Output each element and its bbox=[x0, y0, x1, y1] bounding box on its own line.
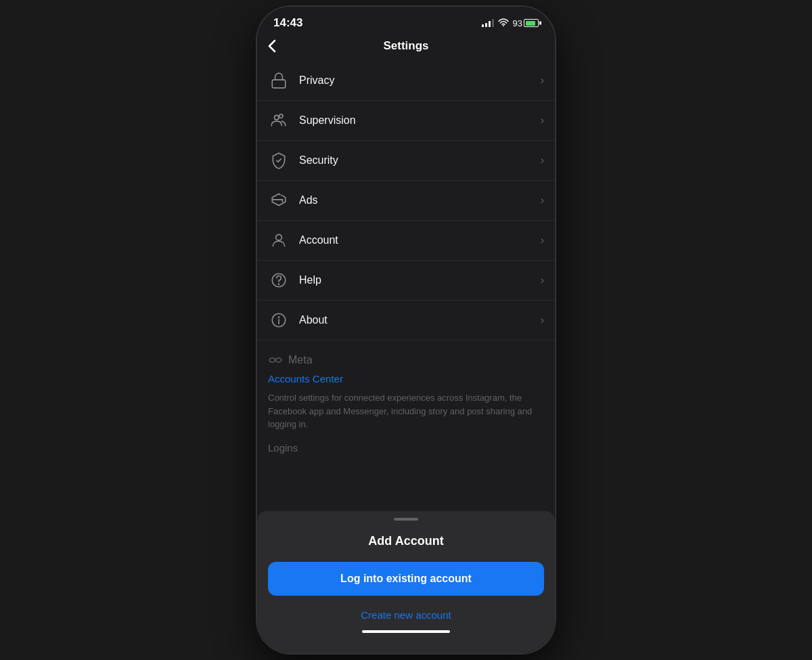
svg-point-0 bbox=[503, 25, 504, 26]
help-label: Help bbox=[299, 274, 541, 286]
settings-item-security[interactable]: Security › bbox=[257, 141, 555, 181]
meta-description: Control settings for connected experienc… bbox=[268, 391, 544, 431]
login-existing-button[interactable]: Log into existing account bbox=[268, 562, 544, 596]
ads-chevron: › bbox=[541, 194, 544, 206]
account-chevron: › bbox=[541, 234, 544, 246]
settings-item-help[interactable]: Help › bbox=[257, 261, 555, 301]
svg-point-9 bbox=[278, 317, 279, 317]
svg-rect-1 bbox=[272, 80, 286, 88]
signal-icon bbox=[482, 19, 494, 27]
supervision-label: Supervision bbox=[299, 114, 541, 127]
supervision-chevron: › bbox=[541, 114, 544, 127]
back-button[interactable] bbox=[268, 39, 276, 53]
status-icons: 93 bbox=[482, 18, 539, 28]
ads-label: Ads bbox=[299, 194, 541, 206]
about-label: About bbox=[299, 314, 541, 326]
settings-item-ads[interactable]: Ads › bbox=[257, 181, 555, 221]
privacy-label: Privacy bbox=[299, 74, 541, 87]
home-indicator bbox=[362, 630, 450, 633]
supervision-icon bbox=[268, 110, 290, 131]
account-label: Account bbox=[299, 234, 541, 246]
create-account-link[interactable]: Create new account bbox=[268, 605, 544, 625]
meta-logo-row: Meta bbox=[268, 354, 544, 366]
svg-point-3 bbox=[279, 114, 283, 118]
security-chevron: › bbox=[541, 154, 544, 167]
account-icon bbox=[268, 229, 290, 251]
help-chevron: › bbox=[541, 274, 544, 286]
status-bar: 14:43 93 bbox=[257, 7, 555, 34]
svg-point-2 bbox=[275, 115, 279, 120]
settings-item-supervision[interactable]: Supervision › bbox=[257, 101, 555, 141]
meta-section: Meta Accounts Center Control settings fo… bbox=[257, 340, 555, 467]
page-title: Settings bbox=[383, 39, 428, 53]
wifi-icon bbox=[498, 18, 509, 28]
svg-point-6 bbox=[278, 284, 279, 284]
help-icon bbox=[268, 269, 290, 291]
screen: 14:43 93 bbox=[257, 7, 555, 653]
svg-point-4 bbox=[276, 234, 282, 240]
accounts-center-link[interactable]: Accounts Center bbox=[268, 373, 544, 384]
security-label: Security bbox=[299, 154, 541, 167]
security-icon bbox=[268, 150, 290, 171]
about-icon bbox=[268, 309, 290, 331]
meta-logo-icon bbox=[268, 355, 283, 365]
header: Settings bbox=[257, 34, 555, 61]
battery-icon: 93 bbox=[513, 18, 539, 28]
about-chevron: › bbox=[541, 314, 544, 326]
ads-icon bbox=[268, 190, 290, 211]
settings-item-privacy[interactable]: Privacy › bbox=[257, 61, 555, 101]
meta-logo-text: Meta bbox=[288, 354, 313, 366]
privacy-icon bbox=[268, 70, 290, 91]
phone-container: 14:43 93 bbox=[257, 7, 555, 653]
sheet-title: Add Account bbox=[268, 534, 544, 548]
logins-label: Logins bbox=[268, 442, 544, 454]
status-time: 14:43 bbox=[273, 16, 302, 30]
settings-item-about[interactable]: About › bbox=[257, 301, 555, 340]
sheet-handle bbox=[394, 518, 418, 521]
settings-item-account[interactable]: Account › bbox=[257, 221, 555, 261]
privacy-chevron: › bbox=[541, 74, 544, 87]
bottom-sheet: Add Account Log into existing account Cr… bbox=[257, 511, 555, 653]
